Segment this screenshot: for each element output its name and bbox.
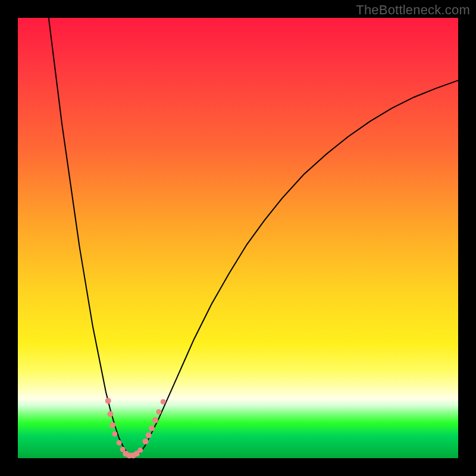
curve-marker — [161, 399, 166, 405]
curve-marker — [137, 447, 143, 453]
curve-marker — [146, 433, 152, 439]
curve-marker — [109, 422, 115, 428]
watermark-text: TheBottleneck.com — [356, 2, 470, 18]
bottleneck-curve — [49, 18, 458, 456]
curve-markers — [105, 398, 166, 459]
curve-marker — [107, 411, 113, 417]
curve-marker — [156, 409, 161, 415]
curve-marker — [143, 439, 149, 444]
curve-marker — [152, 417, 158, 423]
chart-plot-area — [18, 18, 458, 458]
chart-svg — [18, 18, 458, 458]
curve-marker — [117, 440, 122, 446]
curve-marker — [105, 398, 111, 404]
curve-marker — [149, 425, 155, 431]
curve-marker — [112, 431, 117, 437]
chart-frame: TheBottleneck.com — [0, 0, 476, 476]
